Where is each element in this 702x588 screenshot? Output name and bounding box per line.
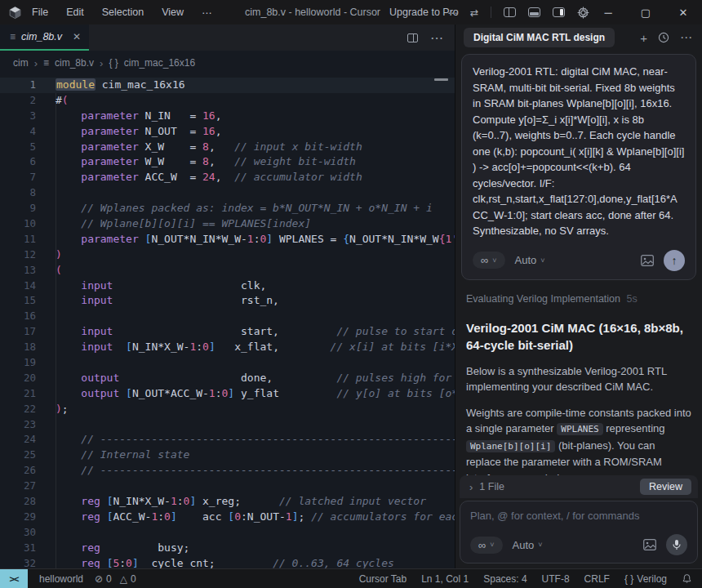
code-line-24[interactable]: 24 // ----------------------------------… [0,432,455,448]
attach-image-icon[interactable] [643,539,656,550]
breadcrumb-folder[interactable]: cim [13,57,29,69]
user-message-text: Verilog-2001 RTL: digital CiM MAC, near-… [473,64,685,239]
editor-more-actions-icon[interactable]: ⋯ [430,30,443,46]
message-mode-selector[interactable]: ∞ ˅ [473,252,505,269]
menu-view[interactable]: View [162,7,184,18]
code-line-30[interactable]: 30 [0,525,455,541]
changed-files-bar[interactable]: › 1 File Review [460,475,698,498]
code-line-10[interactable]: 10 // Wplane[b][o][i] == WPLANES[index] [0,216,455,232]
thinking-status[interactable]: Evaluating Verilog Implementation 5s [466,293,691,305]
attach-image-icon[interactable] [641,255,654,266]
settings-gear-icon[interactable] [577,7,589,19]
window-close-button[interactable]: ✕ [664,0,702,24]
code-line-21[interactable]: 21 output [N_OUT*ACC_W-1:0] y_flat // y[… [0,386,455,402]
breadcrumb-symbol[interactable]: cim_mac_16x16 [124,57,195,69]
window-minimize-button[interactable]: ─ [589,0,627,24]
code-line-25[interactable]: 25 // Internal state [0,448,455,463]
line-col-status[interactable]: Ln 1, Col 1 [421,573,469,585]
code-line-19[interactable]: 19 [0,355,455,371]
response-paragraph: Weights are compile-time constants packe… [466,405,691,476]
toggle-right-panel-icon[interactable] [553,7,565,17]
eol-status[interactable]: CRLF [584,573,610,585]
workspace-name[interactable]: helloworld [39,573,83,585]
code-line-18[interactable]: 18 input [N_IN*X_W-1:0] x_flat, // x[i] … [0,340,455,355]
input-model-selector[interactable]: Auto ˅ [513,539,543,551]
code-line-2[interactable]: 2#( [0,93,455,109]
menu-file[interactable]: File [32,7,48,18]
code-line-5[interactable]: 5 parameter X_W = 8, // input x bit-widt… [0,140,455,155]
breadcrumb-file[interactable]: cim_8b.v [55,57,94,69]
minimap[interactable] [434,78,448,81]
toggle-bottom-panel-icon[interactable] [528,7,540,17]
chat-input-box[interactable]: Plan, @ for context, / for commands ∞ ˅ … [460,501,698,564]
code-line-28[interactable]: 28 reg [N_IN*X_W-1:0] x_reg; // latched … [0,494,455,510]
code-line-20[interactable]: 20 output done, // pulses high for 1 [0,371,455,386]
problems-indicator[interactable]: ⊘ 0 △ 0 [95,573,136,585]
thinking-duration: 5s [627,293,638,305]
line-number: 2 [0,93,36,109]
model-label: Auto [515,254,537,266]
chat-history-icon[interactable] [658,32,669,43]
voice-input-button[interactable] [666,534,687,555]
input-mode-selector[interactable]: ∞ ˅ [470,537,503,554]
code-line-32[interactable]: 32 reg [5:0] cycle_cnt; // 0..63, 64 cyc… [0,556,455,568]
encoding-status[interactable]: UTF-8 [542,573,570,585]
chat-messages[interactable]: Verilog-2001 RTL: digital CiM MAC, near-… [455,51,702,475]
chat-more-icon[interactable]: ⋯ [680,30,692,45]
code-line-23[interactable]: 23 [0,417,455,433]
indentation-status[interactable]: Spaces: 4 [483,573,526,585]
code-line-15[interactable]: 15 input rst_n, [0,293,455,309]
code-line-6[interactable]: 6 parameter W_W = 8, // weight bit-width [0,154,455,170]
window-maximize-button[interactable]: ▢ [627,0,664,24]
message-model-selector[interactable]: Auto ˅ [515,254,545,266]
line-number: 7 [0,170,36,185]
expand-chevron-icon[interactable]: › [469,481,473,493]
line-number: 27 [0,479,36,494]
new-chat-icon[interactable]: + [640,31,647,45]
code-line-11[interactable]: 11 parameter [N_OUT*N_IN*W_W-1:0] WPLANE… [0,232,455,247]
code-line-14[interactable]: 14 input clk, [0,278,455,294]
code-line-13[interactable]: 13( [0,263,455,278]
menu-edit[interactable]: Edit [66,7,84,18]
code-line-26[interactable]: 26 // ----------------------------------… [0,463,455,479]
code-line-22[interactable]: 22); [0,402,455,417]
menu-more-icon[interactable]: ⋯ [202,7,213,19]
code-line-7[interactable]: 7 parameter ACC_W = 24, // accumulator w… [0,170,455,185]
remote-indicator[interactable]: >< [0,569,28,588]
code-line-16[interactable]: 16 [0,309,455,324]
line-number: 1 [0,78,36,93]
titlebar-more-icon[interactable]: ⋯ [447,7,458,19]
inline-code: Wplane[b][o][i] [466,440,555,452]
breadcrumb: cim › ≡ cim_8b.v › { } cim_mac_16x16 [0,51,455,75]
code-line-8[interactable]: 8 [0,185,455,201]
chat-tab[interactable]: Digital CiM MAC RTL design [464,28,615,47]
tab-close-icon[interactable]: ✕ [73,31,81,42]
code-line-1[interactable]: 1module cim_mac_16x16 [0,78,455,93]
code-line-31[interactable]: 31 reg busy; [0,541,455,556]
warning-icon: △ [120,573,127,585]
code-editor[interactable]: 1module cim_mac_16x162#(3 parameter N_IN… [0,75,455,568]
split-editor-icon[interactable] [407,33,418,42]
code-line-3[interactable]: 3 parameter N_IN = 16, [0,109,455,124]
code-line-9[interactable]: 9 // Wplanes packed as: index = b*N_OUT*… [0,201,455,216]
titlebar-divider [491,7,491,18]
code-line-29[interactable]: 29 reg [ACC_W-1:0] acc [0:N_OUT-1]; // a… [0,510,455,525]
chat-pane: Digital CiM MAC RTL design + ⋯ Verilog-2… [455,24,702,568]
user-message[interactable]: Verilog-2001 RTL: digital CiM MAC, near-… [461,54,696,280]
code-line-17[interactable]: 17 input start, // pulse to start o [0,324,455,340]
code-line-4[interactable]: 4 parameter N_OUT = 16, [0,124,455,140]
editor-tabbar: ≡ cim_8b.v ✕ ⋯ [0,24,455,51]
tab-cim-8b-v[interactable]: ≡ cim_8b.v ✕ [0,24,89,51]
language-mode-status[interactable]: { } Verilog [624,573,667,585]
send-button[interactable]: ↑ [664,250,685,271]
notifications-bell-icon[interactable] [682,573,692,584]
cursor-tab-status[interactable]: Cursor Tab [359,573,407,585]
review-button[interactable]: Review [640,479,691,495]
code-line-12[interactable]: 12) [0,247,455,263]
line-number: 10 [0,216,36,232]
menu-selection[interactable]: Selection [102,7,144,18]
line-number: 31 [0,541,36,556]
code-line-27[interactable]: 27 [0,479,455,494]
sync-arrows-icon[interactable]: ⇄ [470,7,478,19]
toggle-left-panel-icon[interactable] [504,7,516,17]
